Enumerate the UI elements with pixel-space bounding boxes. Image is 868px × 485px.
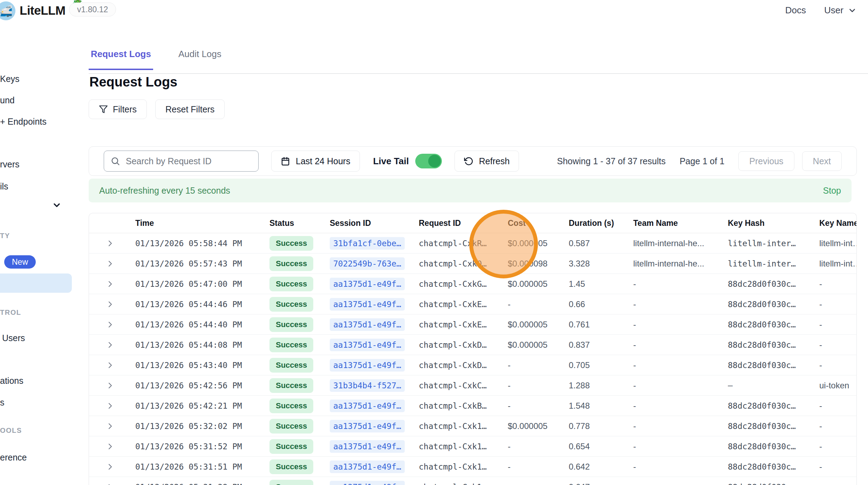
expand-row-chevron-icon[interactable] — [89, 483, 135, 485]
sidebar-item-und[interactable]: und — [0, 95, 15, 105]
cell-request-id: chatcmpl-Cxk1… — [419, 422, 508, 431]
sidebar-item-users[interactable]: Users — [2, 333, 25, 343]
cell-key-hash: – — [728, 381, 819, 390]
expand-row-chevron-icon[interactable] — [89, 422, 135, 430]
sidebar-new-badge[interactable]: New — [4, 255, 36, 269]
table-header-row: Time Status Session ID Request ID Cost D… — [89, 213, 856, 233]
expand-row-chevron-icon[interactable] — [89, 341, 135, 349]
session-id-link[interactable]: aa1375d1-e49f… — [330, 298, 405, 311]
cell-time: 01/13/2026 05:43:40 PM — [135, 361, 269, 370]
table-row[interactable]: 01/13/2026 05:44:08 PM Success aa1375d1-… — [89, 335, 856, 355]
cell-key-hash: 88dc28d0f030c… — [728, 422, 819, 431]
session-id-link[interactable]: 7022549b-763e… — [330, 257, 405, 270]
table-row[interactable]: 01/13/2026 05:44:40 PM Success aa1375d1-… — [89, 314, 856, 335]
table-row[interactable]: 01/13/2026 05:58:44 PM Success 31bfa1cf-… — [89, 233, 856, 254]
tab-request-logs[interactable]: Request Logs — [89, 49, 153, 70]
expand-row-chevron-icon[interactable] — [89, 300, 135, 309]
cell-request-id: chatcmpl-CxkB… — [419, 401, 508, 410]
cell-key-hash: 88dc28d0f030c… — [728, 279, 819, 289]
cell-status: Success — [269, 419, 330, 434]
session-id-link[interactable]: aa1375d1-e49f… — [330, 481, 405, 485]
search-input[interactable] — [126, 156, 252, 166]
reset-filters-button[interactable]: Reset Filters — [155, 99, 225, 119]
table-row[interactable]: 01/13/2026 05:43:40 PM Success aa1375d1-… — [89, 355, 856, 375]
expand-row-chevron-icon[interactable] — [89, 361, 135, 369]
filters-button[interactable]: Filters — [89, 99, 147, 119]
table-row[interactable]: 01/13/2026 05:47:00 PM Success aa1375d1-… — [89, 274, 856, 294]
cell-time: 01/13/2026 05:57:43 PM — [135, 259, 269, 268]
session-id-link[interactable]: aa1375d1-e49f… — [330, 420, 405, 432]
sidebar-item-endpoints[interactable]: + Endpoints — [0, 117, 47, 127]
expand-row-chevron-icon[interactable] — [89, 463, 135, 471]
cell-request-id: chatcmpl-Cxk1… — [419, 483, 508, 485]
calendar-icon — [281, 157, 290, 166]
table-row[interactable]: 01/13/2026 05:31:38 PM Success aa1375d1-… — [89, 477, 856, 485]
sidebar-item-rvers[interactable]: rvers — [0, 159, 20, 169]
cell-team-name: - — [633, 279, 728, 289]
sidebar-item-keys[interactable]: Keys — [0, 74, 20, 84]
session-id-link[interactable]: aa1375d1-e49f… — [330, 460, 405, 473]
cell-request-id: chatcmpl-CxkE… — [419, 320, 508, 329]
expand-row-chevron-icon[interactable] — [89, 239, 135, 248]
previous-page-button[interactable]: Previous — [738, 151, 794, 171]
table-row[interactable]: 01/13/2026 05:32:02 PM Success aa1375d1-… — [89, 416, 856, 436]
sidebar-collapse-chevron[interactable] — [52, 200, 62, 210]
refresh-label: Refresh — [479, 156, 510, 166]
cell-key-name: litellm-int… — [819, 259, 856, 269]
session-id-link[interactable]: aa1375d1-e49f… — [330, 278, 405, 290]
table-row[interactable]: 01/13/2026 05:42:21 PM Success aa1375d1-… — [89, 396, 856, 416]
cell-status: Success — [269, 256, 330, 271]
session-id-link[interactable]: 31b3b4b4-f527… — [330, 379, 405, 392]
table-row[interactable]: 01/13/2026 05:31:52 PM Success aa1375d1-… — [89, 436, 856, 457]
expand-row-chevron-icon[interactable] — [89, 320, 135, 329]
user-menu[interactable]: User — [824, 5, 857, 16]
cell-cost: $0.000005 — [508, 279, 569, 289]
refresh-button[interactable]: Refresh — [454, 151, 519, 172]
session-id-link[interactable]: aa1375d1-e49f… — [330, 440, 405, 453]
cell-time: 01/13/2026 05:42:56 PM — [135, 381, 269, 390]
page-title: Request Logs — [89, 75, 177, 90]
session-id-link[interactable]: aa1375d1-e49f… — [330, 318, 405, 331]
cell-request-id: chatcmpl-CxkQ… — [419, 259, 508, 268]
sidebar-item-ations[interactable]: ations — [0, 376, 23, 386]
cell-team-name: - — [633, 421, 728, 431]
cell-cost: $0.000005 — [508, 340, 569, 350]
expand-row-chevron-icon[interactable] — [89, 402, 135, 410]
tab-audit-logs[interactable]: Audit Logs — [176, 49, 224, 70]
sidebar-item-erence[interactable]: erence — [0, 452, 27, 463]
table-row[interactable]: 01/13/2026 05:31:51 PM Success aa1375d1-… — [89, 457, 856, 477]
session-id-link[interactable]: aa1375d1-e49f… — [330, 400, 405, 412]
expand-row-chevron-icon[interactable] — [89, 381, 135, 390]
session-id-link[interactable]: aa1375d1-e49f… — [330, 359, 405, 372]
sidebar-item-s[interactable]: s — [0, 397, 5, 408]
docs-link[interactable]: Docs — [785, 5, 806, 16]
cell-team-name: - — [633, 299, 728, 309]
session-id-link[interactable]: aa1375d1-e49f… — [330, 339, 405, 351]
cell-request-id: chatcmpl-Cxk1… — [419, 442, 508, 451]
status-badge: Success — [269, 358, 313, 373]
status-badge: Success — [269, 297, 313, 312]
stop-auto-refresh-link[interactable]: Stop — [823, 186, 841, 196]
table-row[interactable]: 01/13/2026 05:57:43 PM Success 7022549b-… — [89, 254, 856, 274]
col-duration: Duration (s) — [569, 219, 633, 228]
cell-request-id: chatcmpl-CxkD… — [419, 340, 508, 349]
cell-duration: 3.328 — [569, 259, 633, 269]
table-row[interactable]: 01/13/2026 05:44:46 PM Success aa1375d1-… — [89, 294, 856, 314]
time-range-button[interactable]: Last 24 Hours — [271, 151, 360, 172]
cell-session-id: 7022549b-763e… — [330, 257, 419, 270]
sidebar-item-ils[interactable]: ils — [0, 181, 8, 192]
next-page-button[interactable]: Next — [802, 151, 842, 171]
expand-row-chevron-icon[interactable] — [89, 280, 135, 288]
cell-status: Success — [269, 358, 330, 373]
expand-row-chevron-icon[interactable] — [89, 259, 135, 268]
table-row[interactable]: 01/13/2026 05:42:56 PM Success 31b3b4b4-… — [89, 375, 856, 396]
cell-time: 01/13/2026 05:58:44 PM — [135, 239, 269, 248]
cell-team-name: - — [633, 320, 728, 330]
live-tail-toggle[interactable] — [415, 154, 442, 168]
status-badge: Success — [269, 236, 313, 251]
col-cost: Cost — [508, 219, 569, 228]
session-id-link[interactable]: 31bfa1cf-0ebe… — [330, 237, 405, 250]
cell-request-id: chatcmpl-CxkD… — [419, 361, 508, 370]
cell-duration: 0.642 — [569, 462, 633, 472]
expand-row-chevron-icon[interactable] — [89, 442, 135, 451]
